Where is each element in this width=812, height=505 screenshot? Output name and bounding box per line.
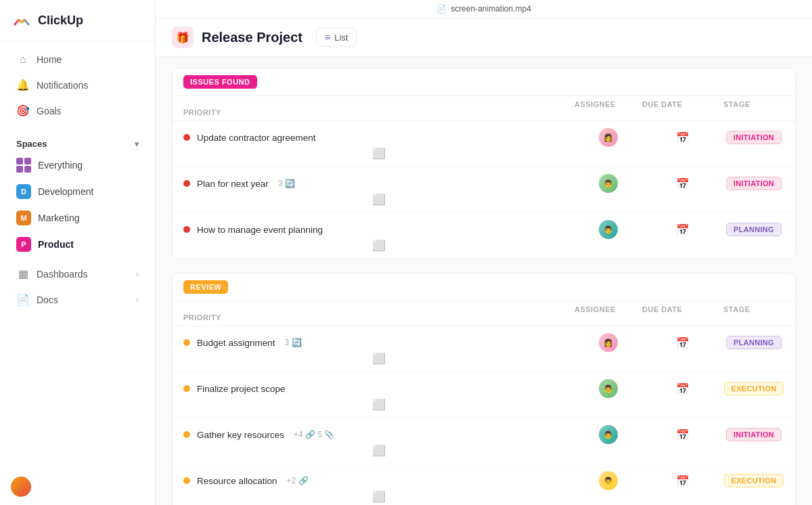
clickup-logo-icon xyxy=(11,9,32,31)
calendar-icon: 📅 xyxy=(676,177,690,190)
sidebar-item-marketing[interactable]: M Marketing xyxy=(5,205,150,231)
task-stage: INITIATION xyxy=(723,131,784,144)
table-row: Gather key resources +4 🔗 5 📎 👨 📅 INITIA… xyxy=(173,418,795,464)
stage-badge: INITIATION xyxy=(726,131,782,144)
avatar-face: 👩 xyxy=(599,128,618,147)
avatar: 👨 xyxy=(599,220,618,239)
task-title-area: Gather key resources +4 🔗 5 📎 xyxy=(183,430,574,440)
group-issues: ISSUES FOUND ASSIGNEE DUE DATE STAGE PRI… xyxy=(172,68,796,259)
sidebar-item-marketing-label: Marketing xyxy=(38,213,79,223)
task-title[interactable]: Update contractor agreement xyxy=(197,133,316,143)
priority-icon: ⬜ xyxy=(372,352,386,365)
priority-icon: ⬜ xyxy=(372,147,386,160)
col-assignee-label: ASSIGNEE xyxy=(574,100,642,108)
task-due-date[interactable]: 📅 xyxy=(642,223,723,236)
sidebar-item-notifications[interactable]: 🔔 Notifications xyxy=(5,72,150,97)
task-stage: PLANNING xyxy=(723,223,784,236)
sidebar-item-home[interactable]: ⌂ Home xyxy=(5,47,150,72)
calendar-icon: 📅 xyxy=(676,131,690,144)
calendar-icon: 📅 xyxy=(676,336,690,349)
spaces-chevron-icon[interactable]: ▾ xyxy=(135,139,139,149)
task-priority: ⬜ xyxy=(183,193,574,206)
task-title[interactable]: Finalize project scope xyxy=(197,384,286,394)
col-duedate-label: DUE DATE xyxy=(642,100,723,108)
avatar: 👩 xyxy=(599,333,618,352)
svg-rect-0 xyxy=(11,9,32,31)
priority-icon: ⬜ xyxy=(372,193,386,206)
avatar: 👨 xyxy=(599,174,618,193)
task-stage: INITIATION xyxy=(723,428,784,441)
task-status-dot xyxy=(183,385,190,392)
bell-icon: 🔔 xyxy=(16,79,30,91)
marketing-icon: M xyxy=(16,211,31,225)
task-status-dot xyxy=(183,180,190,187)
sidebar-item-everything-label: Everything xyxy=(38,160,83,171)
task-status-dot xyxy=(183,339,190,346)
topbar-label: screen-animation.mp4 xyxy=(451,4,531,14)
task-title[interactable]: How to manage event planning xyxy=(197,225,323,235)
avatar-face: 👨 xyxy=(599,379,618,398)
col-priority-label: PRIORITY xyxy=(183,108,574,116)
task-title[interactable]: Budget assignment xyxy=(197,338,275,348)
user-avatar[interactable] xyxy=(11,477,31,497)
avatar-face: 👩 xyxy=(599,333,618,352)
task-title[interactable]: Resource allocation xyxy=(197,476,277,486)
task-assignee: 👨 xyxy=(574,174,642,193)
table-row: How to manage event planning 👨 📅 PLANNIN… xyxy=(173,213,795,259)
task-stage: EXECUTION xyxy=(723,474,784,487)
sidebar-item-development-label: Development xyxy=(38,186,94,197)
stage-badge: PLANNING xyxy=(726,336,782,349)
task-due-date[interactable]: 📅 xyxy=(642,177,723,190)
calendar-icon: 📅 xyxy=(676,223,690,236)
sidebar-item-goals[interactable]: 🎯 Goals xyxy=(5,98,150,123)
docs-chevron-icon: › xyxy=(136,295,139,305)
task-due-date[interactable]: 📅 xyxy=(642,336,723,349)
task-title[interactable]: Plan for next year xyxy=(197,179,269,189)
review-columns: ASSIGNEE DUE DATE STAGE PRIORITY xyxy=(173,301,795,326)
docs-icon: 📄 xyxy=(16,293,30,306)
table-row: Update contractor agreement 👩 📅 INITIATI… xyxy=(173,121,795,167)
task-status-dot xyxy=(183,477,190,484)
view-toggle[interactable]: ≡ List xyxy=(316,28,357,47)
stage-badge: PLANNING xyxy=(726,223,782,236)
task-title-area: Finalize project scope xyxy=(183,384,574,394)
sidebar-item-product[interactable]: P Product xyxy=(5,232,150,257)
col-priority-label: PRIORITY xyxy=(183,313,574,322)
group-review-header: REVIEW xyxy=(173,273,795,301)
task-due-date[interactable]: 📅 xyxy=(642,429,723,441)
task-assignee: 👨 xyxy=(574,471,642,490)
task-title-area: Budget assignment 3 🔄 xyxy=(183,338,574,348)
goals-icon: 🎯 xyxy=(16,104,30,117)
sidebar-item-notifications-label: Notifications xyxy=(37,80,88,91)
col-task xyxy=(183,100,574,108)
everything-icon xyxy=(16,158,31,173)
sidebar-item-development[interactable]: D Development xyxy=(5,179,150,204)
sidebar: ClickUp ⌂ Home 🔔 Notifications 🎯 Goals S… xyxy=(0,0,156,505)
task-due-date[interactable]: 📅 xyxy=(642,131,723,144)
sidebar-item-docs[interactable]: 📄 Docs › xyxy=(5,287,150,312)
sidebar-item-home-label: Home xyxy=(37,54,62,65)
priority-icon: ⬜ xyxy=(372,490,386,503)
task-due-date[interactable]: 📅 xyxy=(642,382,723,395)
priority-icon: ⬜ xyxy=(372,239,386,252)
calendar-icon: 📅 xyxy=(676,429,690,441)
task-title-area: How to manage event planning xyxy=(183,225,574,235)
sidebar-item-dashboards-label: Dashboards xyxy=(37,269,88,280)
priority-icon: ⬜ xyxy=(372,444,386,457)
task-assignee: 👩 xyxy=(574,128,642,147)
logo-text: ClickUp xyxy=(38,14,83,28)
task-assignee: 👨 xyxy=(574,220,642,239)
task-due-date[interactable]: 📅 xyxy=(642,475,723,487)
col-stage-label: STAGE xyxy=(723,100,777,108)
task-extras: +4 🔗 5 📎 xyxy=(294,430,334,439)
avatar-face: 👨 xyxy=(599,174,618,193)
logo-area[interactable]: ClickUp xyxy=(0,0,155,41)
sidebar-item-dashboards[interactable]: ▦ Dashboards › xyxy=(5,261,150,286)
sidebar-item-everything[interactable]: Everything xyxy=(5,152,150,178)
task-title[interactable]: Gather key resources xyxy=(197,430,284,440)
dashboards-icon: ▦ xyxy=(16,267,30,280)
top-bar: 📄 screen-animation.mp4 xyxy=(156,0,812,18)
avatar: 👨 xyxy=(599,379,618,398)
task-assignee: 👨 xyxy=(574,379,642,398)
home-icon: ⌂ xyxy=(16,53,30,66)
